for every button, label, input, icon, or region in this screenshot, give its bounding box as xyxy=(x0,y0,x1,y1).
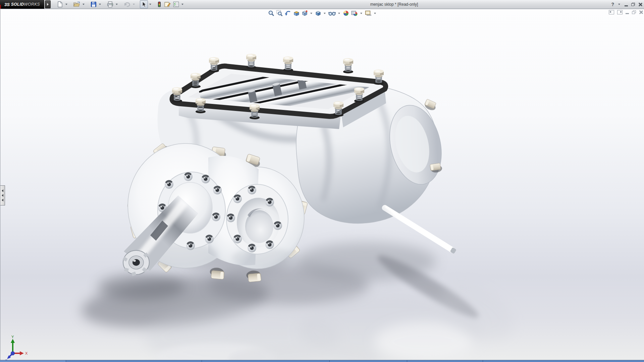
zoom-to-fit-button[interactable] xyxy=(268,10,275,17)
open-dropdown[interactable] xyxy=(83,4,85,5)
title-bar: 3S SOLID WORKS xyxy=(0,0,644,9)
graphics-area[interactable]: Y X Z *Dimetric xyxy=(0,9,644,360)
open-button[interactable] xyxy=(72,1,81,8)
menu-flyout-button[interactable] xyxy=(45,0,51,8)
undo-button[interactable] xyxy=(123,1,131,8)
taskbar-segment[interactable] xyxy=(202,360,330,362)
section-view-icon xyxy=(293,10,300,16)
options-checklist-icon xyxy=(173,1,179,8)
document-minimize-button[interactable] xyxy=(626,13,629,14)
print-icon xyxy=(107,1,114,8)
apply-scene-icon xyxy=(351,10,358,16)
collapse-arrow-icon xyxy=(2,189,3,192)
display-style-dropdown[interactable] xyxy=(324,13,326,14)
apply-scene-dropdown[interactable] xyxy=(360,13,362,14)
restore-button[interactable] xyxy=(631,3,635,6)
model-top-cover[interactable] xyxy=(171,54,388,129)
window-title: menjac sklop * [Read-only] xyxy=(370,0,418,9)
solidworks-logo: 3S SOLID WORKS xyxy=(0,0,44,9)
previous-view-icon xyxy=(285,10,291,16)
file-properties-icon xyxy=(164,1,171,8)
collapse-arrow-icon xyxy=(2,194,3,197)
view-settings-icon xyxy=(365,10,372,16)
document-restore-button[interactable] xyxy=(632,10,636,14)
brand-works: WORKS xyxy=(24,2,40,7)
display-style-icon xyxy=(315,10,321,16)
open-folder-icon xyxy=(73,1,80,8)
print-dropdown[interactable] xyxy=(116,4,118,5)
display-style-button[interactable] xyxy=(315,10,322,17)
collapse-arrow-icon xyxy=(2,199,3,201)
taskbar-segment[interactable] xyxy=(330,360,407,362)
model-right-bore[interactable] xyxy=(226,184,288,254)
brand-solid: SOLID xyxy=(11,2,24,7)
options-dropdown[interactable] xyxy=(181,4,183,5)
main-toolbar xyxy=(56,0,184,8)
options-button[interactable] xyxy=(172,1,180,8)
apply-scene-button[interactable] xyxy=(351,10,358,17)
y-axis-label: Y xyxy=(11,335,14,339)
save-floppy-icon xyxy=(90,1,97,8)
logo-red-accent xyxy=(0,5,1,9)
help-dropdown[interactable] xyxy=(618,4,620,5)
select-button[interactable] xyxy=(140,0,148,8)
select-dropdown[interactable] xyxy=(149,4,151,5)
window-controls: ? xyxy=(611,0,642,9)
file-properties-button[interactable] xyxy=(163,1,171,8)
view-orientation-icon xyxy=(302,10,308,16)
document-close-button[interactable] xyxy=(639,10,643,14)
section-view-button[interactable] xyxy=(293,10,300,17)
taskbar-edge[interactable] xyxy=(0,360,644,362)
taskbar-segment[interactable] xyxy=(407,360,483,362)
undo-dropdown[interactable] xyxy=(133,4,135,5)
edit-appearance-button[interactable] xyxy=(342,10,350,17)
new-button[interactable] xyxy=(56,1,64,8)
flyout-arrow-icon xyxy=(47,3,49,6)
zoom-to-fit-icon xyxy=(268,10,274,16)
taskbar-segment[interactable] xyxy=(0,360,66,362)
document-window-controls xyxy=(609,10,643,14)
view-orientation-dropdown[interactable] xyxy=(310,13,312,14)
model-canvas[interactable] xyxy=(0,0,644,362)
hide-show-items-icon xyxy=(328,10,336,16)
hide-show-items-dropdown[interactable] xyxy=(338,13,340,14)
hide-show-items-button[interactable] xyxy=(328,10,336,17)
orientation-triad: Y X Z xyxy=(0,335,34,362)
taskbar-segment[interactable] xyxy=(66,360,202,362)
undo-icon xyxy=(123,1,131,8)
pane-right-icon[interactable] xyxy=(617,10,623,14)
x-axis-arrow xyxy=(20,351,24,355)
select-cursor-icon xyxy=(141,1,147,8)
rebuild-button[interactable] xyxy=(156,1,162,8)
pane-left-icon[interactable] xyxy=(609,10,614,14)
headsup-view-toolbar xyxy=(268,10,377,17)
view-settings-button[interactable] xyxy=(365,10,372,17)
zoom-to-area-icon xyxy=(276,10,283,16)
new-dropdown[interactable] xyxy=(65,4,67,5)
dassault-3ds-icon: 3S xyxy=(4,2,10,7)
zoom-to-area-button[interactable] xyxy=(276,10,283,17)
taskbar-segment[interactable] xyxy=(483,360,644,362)
view-orientation-button[interactable] xyxy=(301,10,308,17)
save-dropdown[interactable] xyxy=(99,4,101,5)
previous-view-button[interactable] xyxy=(284,10,291,17)
rebuild-traffic-light-icon xyxy=(157,1,162,8)
help-button[interactable]: ? xyxy=(611,2,614,7)
y-axis-arrow xyxy=(11,339,15,343)
x-axis-label: X xyxy=(25,351,28,355)
print-button[interactable] xyxy=(106,1,114,8)
close-button[interactable] xyxy=(638,3,642,6)
view-settings-dropdown[interactable] xyxy=(374,13,376,14)
featuremanager-collapsed-tab[interactable] xyxy=(0,185,5,205)
edit-appearance-icon xyxy=(343,10,349,16)
solidworks-window: Y X Z *Dimetric 3S SOLID WORKS xyxy=(0,0,644,362)
new-document-icon xyxy=(57,1,63,8)
save-button[interactable] xyxy=(90,1,98,8)
minimize-button[interactable] xyxy=(625,5,628,6)
